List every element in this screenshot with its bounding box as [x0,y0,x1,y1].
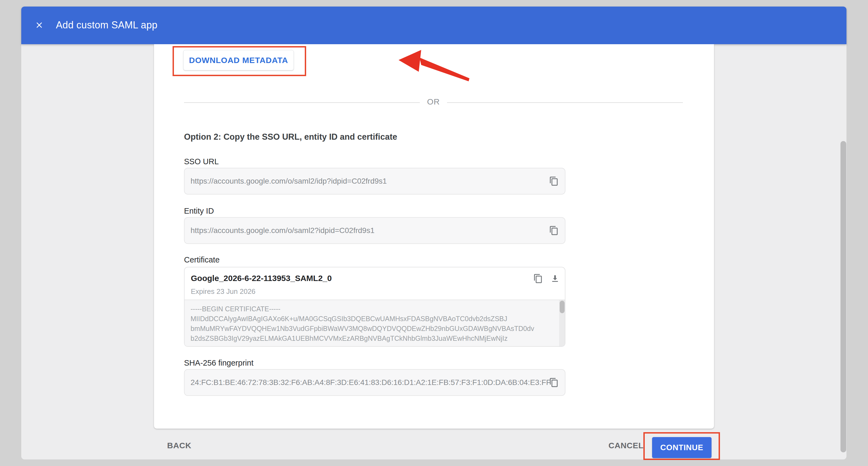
divider-line-left [184,102,420,103]
certificate-text-line: b2dsZSBGb3IgV29yazELMAkGA1UEBhMCVVMxEzAR… [191,333,553,343]
annotation-box-continue [643,432,720,460]
certificate-download-button[interactable] [549,272,561,285]
close-button[interactable] [32,18,47,33]
sso-url-copy-button[interactable] [548,175,560,187]
certificate-text-line: -----BEGIN CERTIFICATE----- [191,304,553,314]
copy-icon [549,226,559,235]
dialog-title: Add custom SAML app [56,19,158,31]
certificate-name: Google_2026-6-22-113953_SAML2_0 [191,274,332,283]
cancel-button[interactable]: CANCEL [609,441,644,450]
option2-heading: Option 2: Copy the SSO URL, entity ID an… [184,132,397,142]
certificate-text: -----BEGIN CERTIFICATE----- MIIDdDCCAlyg… [191,304,553,343]
copy-icon [549,378,559,387]
fingerprint-value: 24:FC:B1:BE:46:72:78:3B:32:F6:AB:A4:8F:3… [191,378,551,387]
sso-url-label: SSO URL [184,157,219,166]
annotation-arrow [394,48,473,85]
sso-url-value: https://accounts.google.com/o/saml2/idp?… [191,177,387,185]
entity-id-value: https://accounts.google.com/o/saml2?idpi… [191,226,375,235]
fingerprint-copy-button[interactable] [548,377,560,388]
dialog-scrollbar-thumb[interactable] [840,141,846,453]
fingerprint-label: SHA-256 fingerprint [184,358,253,368]
certificate-scrollbar-thumb[interactable] [560,301,565,313]
certificate-expiry: Expires 23 Jun 2026 [191,287,255,296]
certificate-text-line: bmMuMRYwFAYDVQQHEw1Nb3VudGFpbiBWaWV3MQ8w… [191,324,553,333]
close-icon [35,21,44,30]
certificate-text-line: MIIDdDCCAlygAwIBAgIGAXo6K+u/MA0GCSqGSIb3… [191,314,553,324]
back-button[interactable]: BACK [167,441,191,450]
entity-id-copy-button[interactable] [548,225,560,237]
divider-line-right [447,102,683,103]
annotation-box-download-metadata [173,46,306,76]
page-background: Add custom SAML app DOWNLOAD METADATA OR… [0,0,868,466]
copy-icon [549,176,559,186]
download-icon [550,274,560,284]
divider-or-label: OR [423,97,444,107]
certificate-copy-button[interactable] [532,272,544,285]
certificate-label: Certificate [184,255,220,264]
copy-icon [533,274,543,284]
entity-id-label: Entity ID [184,207,214,215]
